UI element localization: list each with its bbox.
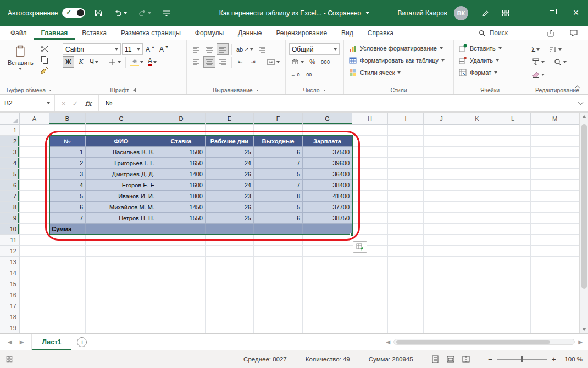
cell-D10[interactable]	[157, 224, 206, 235]
row-header-9[interactable]: 9	[0, 213, 20, 224]
delete-cells-button[interactable]: Удалить	[457, 54, 523, 66]
cell-I7[interactable]	[388, 191, 424, 202]
cell-M6[interactable]	[531, 180, 579, 191]
cell-J19[interactable]	[424, 322, 459, 333]
cell-C15[interactable]	[86, 278, 157, 289]
find-select-button[interactable]	[552, 56, 568, 68]
cell-B4[interactable]: 2	[49, 158, 86, 169]
cell-I14[interactable]	[388, 267, 424, 278]
borders-button[interactable]	[106, 56, 123, 68]
dialog-launcher-icon[interactable]	[131, 88, 136, 92]
cell-K2[interactable]	[459, 136, 495, 147]
zoom-out-button[interactable]: −	[488, 355, 492, 364]
cell-J14[interactable]	[424, 267, 459, 278]
cell-I1[interactable]	[388, 125, 424, 136]
cell-L3[interactable]	[495, 147, 531, 158]
cell-L7[interactable]	[495, 191, 531, 202]
minimize-button[interactable]: –	[515, 0, 540, 26]
tab-Главная[interactable]: Главная	[34, 26, 75, 40]
column-header-K[interactable]: K	[459, 113, 495, 125]
cell-G16[interactable]	[303, 289, 352, 300]
cell-D5[interactable]: 1400	[157, 169, 206, 180]
cell-B9[interactable]: 7	[49, 213, 86, 224]
cell-F14[interactable]	[254, 267, 303, 278]
cell-C13[interactable]	[86, 257, 157, 267]
cell-E14[interactable]	[206, 267, 254, 278]
cell-M11[interactable]	[531, 235, 579, 246]
cell-F5[interactable]: 5	[254, 169, 303, 180]
align-left-button[interactable]	[190, 56, 202, 68]
scroll-up-icon[interactable]	[582, 115, 586, 118]
column-header-D[interactable]: D	[157, 113, 206, 125]
cell-F15[interactable]	[254, 278, 303, 289]
row-header-16[interactable]: 16	[0, 289, 20, 300]
cell-L9[interactable]	[495, 213, 531, 224]
row-header-14[interactable]: 14	[0, 267, 20, 278]
cell-C12[interactable]	[86, 246, 157, 257]
cell-K1[interactable]	[459, 125, 495, 136]
cell-J7[interactable]	[424, 191, 459, 202]
font-color-button[interactable]: А	[146, 56, 158, 68]
cut-icon[interactable]	[40, 44, 49, 53]
cell-F8[interactable]: 5	[254, 202, 303, 213]
cell-E11[interactable]	[206, 235, 254, 246]
cell-K9[interactable]	[459, 213, 495, 224]
cell-D7[interactable]: 1800	[157, 191, 206, 202]
cell-L13[interactable]	[495, 257, 531, 267]
cell-F6[interactable]: 7	[254, 180, 303, 191]
cell-B18[interactable]	[49, 311, 86, 322]
cell-D4[interactable]: 1650	[157, 158, 206, 169]
row-header-2[interactable]: 2	[0, 136, 20, 147]
cell-B17[interactable]	[49, 300, 86, 311]
cell-G9[interactable]: 38750	[303, 213, 352, 224]
percent-style-button[interactable]: %	[307, 56, 318, 68]
prev-sheet-icon[interactable]: ◀	[8, 339, 12, 345]
cell-M3[interactable]	[531, 147, 579, 158]
ribbon-display-options-button[interactable]	[496, 0, 515, 26]
format-cells-button[interactable]: Формат	[457, 66, 523, 79]
cell-E3[interactable]: 25	[206, 147, 254, 158]
cell-I8[interactable]	[388, 202, 424, 213]
cell-A2[interactable]	[20, 136, 49, 147]
avatar[interactable]: ВК	[454, 6, 468, 20]
cell-D3[interactable]: 1500	[157, 147, 206, 158]
cell-C7[interactable]: Иванов И. И.	[86, 191, 157, 202]
number-format-combo[interactable]: Общий	[289, 43, 340, 55]
row-header-3[interactable]: 3	[0, 147, 20, 158]
cell-M13[interactable]	[531, 257, 579, 267]
search-control[interactable]: Поиск	[473, 26, 513, 40]
cell-H6[interactable]	[352, 180, 388, 191]
cell-J13[interactable]	[424, 257, 459, 267]
cell-K5[interactable]	[459, 169, 495, 180]
cell-J3[interactable]	[424, 147, 459, 158]
cell-F3[interactable]: 6	[254, 147, 303, 158]
cell-G2[interactable]: Зарплата	[303, 136, 352, 147]
cell-C2[interactable]: ФИО	[86, 136, 157, 147]
cell-K12[interactable]	[459, 246, 495, 257]
cell-B10[interactable]: Сумма	[49, 224, 86, 235]
cell-I13[interactable]	[388, 257, 424, 267]
insert-cells-button[interactable]: Вставить	[457, 42, 523, 54]
cell-M19[interactable]	[531, 322, 579, 333]
tab-Файл[interactable]: Файл	[3, 26, 34, 40]
cell-E12[interactable]	[206, 246, 254, 257]
cell-J5[interactable]	[424, 169, 459, 180]
font-name-combo[interactable]: Calibri	[63, 43, 121, 55]
cell-A10[interactable]	[20, 224, 49, 235]
cell-G3[interactable]: 37500	[303, 147, 352, 158]
cell-D1[interactable]	[157, 125, 206, 136]
cell-I15[interactable]	[388, 278, 424, 289]
cell-E4[interactable]: 24	[206, 158, 254, 169]
shrink-font-button[interactable]: А▼	[158, 43, 170, 55]
cell-G13[interactable]	[303, 257, 352, 267]
cell-E5[interactable]: 26	[206, 169, 254, 180]
zoom-slider-thumb[interactable]	[521, 356, 523, 362]
cell-M12[interactable]	[531, 246, 579, 257]
cell-D12[interactable]	[157, 246, 206, 257]
next-sheet-icon[interactable]: ▶	[20, 339, 24, 345]
cell-styles-button[interactable]: Стили ячеек	[347, 66, 450, 79]
scroll-down-icon[interactable]	[582, 328, 586, 331]
cell-M5[interactable]	[531, 169, 579, 180]
cell-L16[interactable]	[495, 289, 531, 300]
cell-E19[interactable]	[206, 322, 254, 333]
